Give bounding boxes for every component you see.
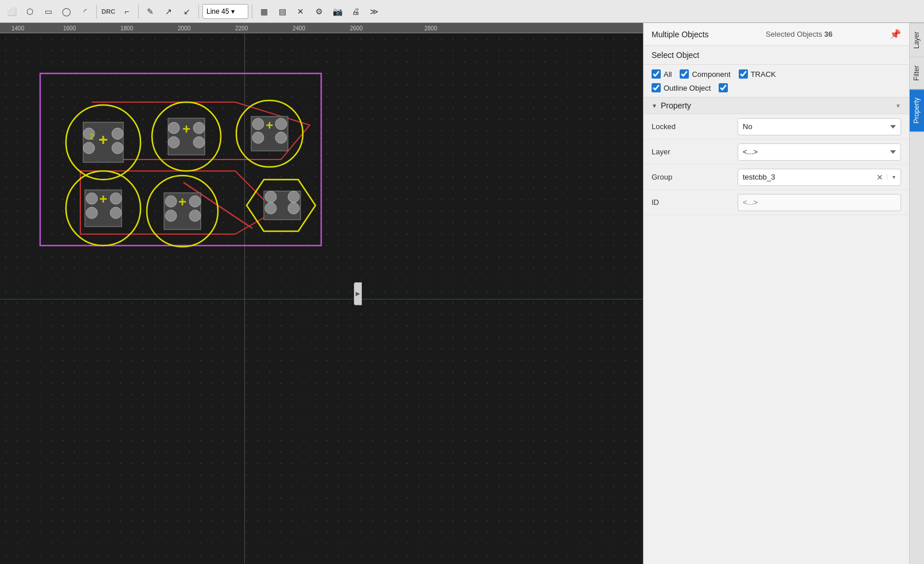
cb-outline[interactable] (652, 83, 661, 92)
tool-copper-zone[interactable]: ▦ (256, 3, 272, 20)
tool-route[interactable]: ⌐ (119, 3, 135, 20)
svg-text:+: + (99, 131, 108, 149)
checkbox-row-1: All Component TRACK (644, 65, 909, 83)
group-input-wrap: ✕ ▾ (738, 169, 901, 186)
tab-property[interactable]: Property (910, 89, 924, 131)
pcb-canvas[interactable]: + 2 + + (0, 33, 643, 564)
tool-print[interactable]: 🖨 (348, 3, 364, 20)
group-label: Group (652, 173, 732, 181)
checkbox-row-2: Outline Object (644, 83, 909, 97)
sep1 (96, 5, 97, 18)
svg-point-24 (252, 118, 264, 130)
tool-circle[interactable]: ◯ (59, 3, 75, 20)
tool-copper-clear[interactable]: ✕ (293, 3, 309, 20)
svg-point-15 (168, 137, 180, 148)
properties-panel: Multiple Objects Selected Objects 36 📌 S… (644, 23, 909, 564)
tab-filter[interactable]: Filter (910, 57, 924, 89)
panel-title: Multiple Objects (652, 30, 709, 39)
locked-select[interactable]: No Yes (738, 118, 901, 135)
property-section-title: Property (661, 101, 691, 110)
id-control (738, 194, 901, 211)
group-control: ✕ ▾ (738, 169, 901, 186)
tool-drc[interactable]: DRC (100, 3, 116, 20)
pcb-board-svg[interactable]: + 2 + + (34, 68, 333, 251)
svg-point-38 (165, 196, 177, 207)
svg-point-43 (288, 203, 299, 214)
cb-outline-item[interactable]: Outline Object (652, 83, 711, 92)
cb-all[interactable] (652, 69, 661, 79)
locked-label: Locked (652, 122, 732, 131)
main-area: 1400 1600 1800 2000 2200 2400 2600 2800 (0, 23, 924, 564)
canvas-area[interactable]: 1400 1600 1800 2000 2200 2400 2600 2800 (0, 23, 643, 564)
cb-all-item[interactable]: All (652, 69, 672, 79)
tool-copper-fill[interactable]: ▤ (274, 3, 290, 20)
tool-photo[interactable]: 📷 (329, 3, 345, 20)
svg-text:+: + (178, 194, 186, 209)
layer-control: <...> F.Cu B.Cu (738, 143, 901, 161)
tool-select[interactable]: ⬜ (3, 3, 20, 20)
cb-track-item[interactable]: TRACK (739, 69, 776, 79)
sep4 (252, 5, 252, 18)
svg-point-8 (112, 142, 123, 154)
pin-button[interactable]: 📌 (890, 29, 901, 40)
group-dropdown-button[interactable]: ▾ (887, 174, 900, 180)
tool-draw[interactable]: ✎ (142, 3, 158, 20)
locked-row: Locked No Yes (644, 114, 909, 139)
cb-track[interactable] (739, 69, 748, 79)
tool-arrow[interactable]: ↗ (161, 3, 177, 20)
panel-header: Multiple Objects Selected Objects 36 📌 (644, 23, 909, 46)
svg-point-23 (275, 132, 287, 143)
tool-rect[interactable]: ▭ (40, 3, 56, 20)
sep2 (138, 5, 139, 18)
property-section-header[interactable]: ▼ Property ▼ (644, 97, 909, 114)
svg-point-29 (86, 207, 98, 219)
id-input[interactable] (738, 194, 901, 211)
tool-poly[interactable]: ⬡ (22, 3, 38, 20)
svg-point-25 (275, 118, 287, 130)
svg-point-30 (110, 207, 122, 219)
group-clear-button[interactable]: ✕ (873, 173, 887, 182)
svg-point-45 (288, 191, 299, 203)
cb-component[interactable] (680, 69, 689, 79)
tool-arc[interactable]: ◜ (77, 3, 93, 20)
svg-text:+: + (99, 191, 107, 207)
svg-point-37 (189, 210, 201, 221)
layer-select[interactable]: <...> F.Cu B.Cu (738, 143, 901, 161)
svg-text:2: 2 (89, 132, 94, 141)
side-tabs: Layer Filter Property (909, 23, 924, 564)
line-width-dropdown[interactable]: Line 45 ▾ (202, 4, 248, 19)
tab-layer[interactable]: Layer (910, 23, 924, 57)
cb-track-label: TRACK (751, 70, 776, 79)
tool-design-rules[interactable]: ⚙ (311, 3, 327, 20)
panel-collapse-handle[interactable]: ▶ (354, 282, 362, 305)
svg-point-32 (110, 193, 122, 204)
tool-place[interactable]: ↙ (179, 3, 195, 20)
locked-control: No Yes (738, 118, 901, 135)
svg-text:+: + (266, 118, 274, 133)
collapse-triangle-icon: ▼ (652, 103, 657, 109)
svg-point-42 (265, 203, 276, 214)
crosshair-horizontal (0, 299, 643, 299)
selected-label: Selected Objects 36 (766, 30, 832, 38)
svg-point-10 (112, 128, 123, 139)
cb-extra-item[interactable] (719, 83, 731, 92)
group-row: Group ✕ ▾ (644, 165, 909, 190)
select-object-section: Select Object (644, 46, 909, 65)
svg-point-18 (193, 122, 205, 134)
svg-point-7 (83, 142, 95, 154)
id-label: ID (652, 198, 732, 207)
svg-point-16 (193, 137, 205, 148)
dropdown-arrow-icon: ▾ (231, 7, 235, 15)
cb-all-label: All (664, 70, 672, 79)
cb-extra[interactable] (719, 83, 728, 92)
cb-component-item[interactable]: Component (680, 69, 730, 79)
right-panel: Multiple Objects Selected Objects 36 📌 S… (643, 23, 924, 564)
layer-row: Layer <...> F.Cu B.Cu (644, 139, 909, 165)
group-input[interactable] (738, 173, 873, 181)
property-section-arrow: ▼ (895, 103, 901, 109)
layer-label: Layer (652, 147, 732, 156)
tool-expand[interactable]: ≫ (366, 3, 382, 20)
svg-point-39 (189, 196, 201, 207)
main-toolbar: ⬜ ⬡ ▭ ◯ ◜ DRC ⌐ ✎ ↗ ↙ Line 45 ▾ ▦ ▤ ✕ ⚙ … (0, 0, 924, 23)
cb-component-label: Component (692, 70, 730, 79)
